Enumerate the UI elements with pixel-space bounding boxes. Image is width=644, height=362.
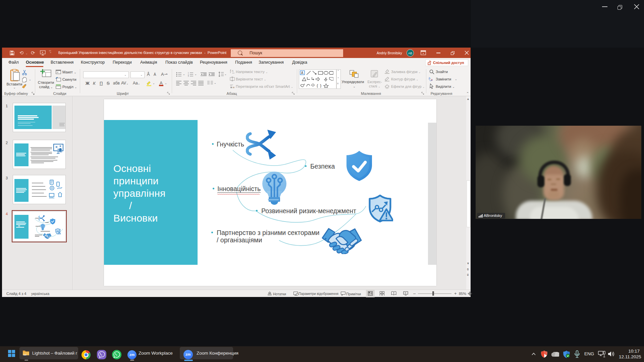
svg-text:3: 3 [188,75,189,77]
svg-text:A: A [232,69,234,72]
svg-text:{: { [317,83,318,88]
svg-text:b: b [429,77,430,80]
svg-text:}: } [320,83,322,88]
svg-text:A: A [301,71,304,75]
